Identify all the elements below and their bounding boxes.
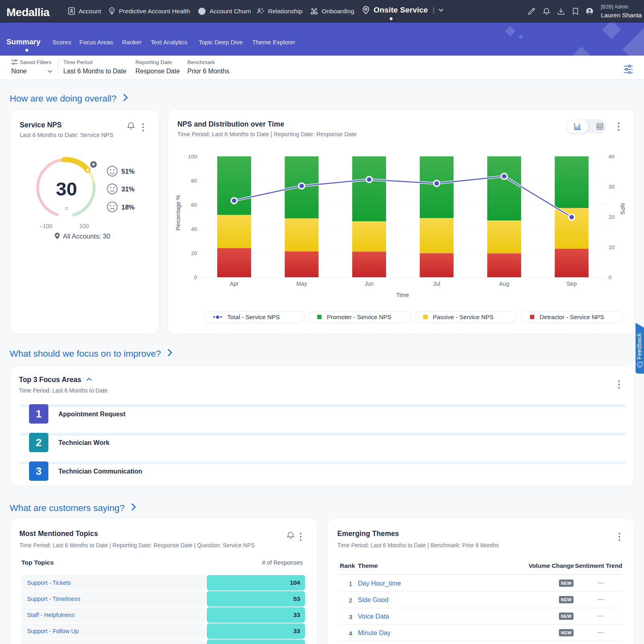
- svg-text:Apr: Apr: [230, 280, 239, 287]
- svg-text:31%: 31%: [121, 185, 135, 193]
- svg-text:60: 60: [191, 202, 197, 208]
- svg-text:10: 10: [609, 244, 615, 250]
- svg-text:30: 30: [609, 184, 615, 190]
- svg-text:−100: −100: [39, 223, 52, 229]
- svg-text:40: 40: [191, 226, 197, 232]
- svg-text:20: 20: [191, 250, 197, 256]
- svg-text:18%: 18%: [121, 204, 135, 211]
- svg-text:0: 0: [609, 274, 612, 280]
- svg-text:51%: 51%: [121, 168, 135, 175]
- svg-text:NPS: NPS: [619, 203, 626, 215]
- svg-text:=: =: [65, 205, 69, 212]
- svg-text:80: 80: [191, 178, 197, 184]
- svg-text:100: 100: [79, 223, 89, 229]
- svg-text:30: 30: [56, 178, 77, 199]
- svg-text:Sep: Sep: [567, 280, 577, 287]
- svg-text:Time: Time: [396, 292, 409, 298]
- svg-text:Jul: Jul: [433, 280, 440, 287]
- svg-text:40: 40: [609, 154, 615, 160]
- svg-text:May: May: [296, 280, 307, 287]
- svg-text:Jun: Jun: [365, 280, 374, 287]
- svg-text:0: 0: [194, 274, 197, 280]
- svg-text:100: 100: [188, 154, 197, 160]
- svg-text:Percentage %: Percentage %: [175, 195, 181, 231]
- svg-text:All Accounts: 30: All Accounts: 30: [63, 233, 110, 240]
- svg-text:20: 20: [609, 214, 615, 220]
- svg-text:Aug: Aug: [499, 280, 509, 287]
